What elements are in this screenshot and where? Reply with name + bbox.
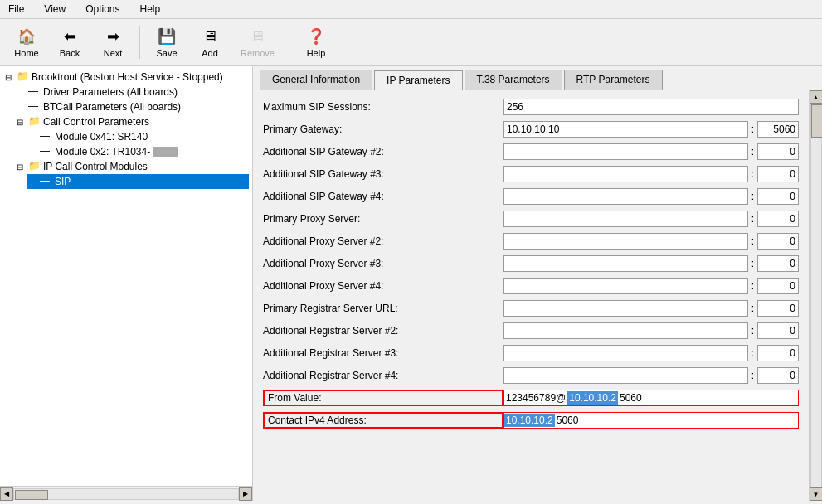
menu-help[interactable]: Help xyxy=(135,2,166,17)
form-main-input-2[interactable] xyxy=(503,143,748,160)
remove-button[interactable]: 🖥 Remove xyxy=(233,22,282,62)
hscroll-left[interactable]: ◀ xyxy=(0,487,13,501)
tree-item-sr140[interactable]: — Module 0x41: SR140 xyxy=(27,129,249,144)
from-value-row: From Value: 123456789@ 10.10.10.2 5060 xyxy=(263,388,799,408)
tree-item-call-control[interactable]: ⊟ 📁 Call Control Parameters xyxy=(15,114,249,129)
right-scrollbar: ▲ ▼ xyxy=(809,90,822,501)
port-separator-4: : xyxy=(751,191,754,202)
tree-root[interactable]: ⊟ 📁 Brooktrout (Boston Host Service - St… xyxy=(3,70,249,85)
form-main-input-3[interactable] xyxy=(503,166,748,182)
tree-item-ip-call-control[interactable]: ⊟ 📁 IP Call Control Modules xyxy=(15,159,249,174)
form-main-input-7[interactable] xyxy=(503,255,748,272)
tab-t38-params[interactable]: T.38 Parameters xyxy=(465,70,562,90)
menu-bar: File View Options Help xyxy=(0,0,822,19)
form-row-1: Primary Gateway:: xyxy=(263,119,799,139)
form-main-input-1[interactable] xyxy=(503,121,748,138)
form-port-input-9[interactable] xyxy=(757,300,799,317)
help-button[interactable]: ❓ Help xyxy=(296,22,336,62)
tree-expand-root: ⊟ xyxy=(5,73,17,82)
dash-icon-4: — xyxy=(40,145,53,158)
form-port-input-8[interactable] xyxy=(757,278,799,294)
contact-ipv4-inputs: 10.10.10.2 5060 xyxy=(503,412,799,429)
menu-options[interactable]: Options xyxy=(80,2,124,17)
form-label-1: Primary Gateway: xyxy=(263,124,503,135)
form-row-5: Primary Proxy Server:: xyxy=(263,209,799,229)
from-value-inputs: 123456789@ 10.10.10.2 5060 xyxy=(503,390,799,406)
back-icon: ⬅ xyxy=(60,27,80,46)
tree-item-btcall[interactable]: — BTCall Parameters (All boards) xyxy=(15,99,249,114)
form-main-input-4[interactable] xyxy=(503,188,748,205)
vscroll-up[interactable]: ▲ xyxy=(810,90,823,104)
contact-port: 5060 xyxy=(555,414,581,427)
form-inputs-10: : xyxy=(503,322,799,339)
hscroll-right[interactable]: ▶ xyxy=(239,487,252,501)
form-main-input-9[interactable] xyxy=(503,300,748,317)
port-separator-7: : xyxy=(751,258,754,269)
home-button[interactable]: 🏠 Home xyxy=(7,22,46,62)
form-port-input-12[interactable] xyxy=(757,367,799,384)
tree-ip-call-label: IP Call Control Modules xyxy=(43,161,148,172)
form-port-input-6[interactable] xyxy=(757,233,799,250)
back-button[interactable]: ⬅ Back xyxy=(50,22,90,62)
toolbar: 🏠 Home ⬅ Back ➡ Next 💾 Save 🖥 Add 🖥 Remo… xyxy=(0,19,822,66)
tree-btcall-label: BTCall Parameters (All boards) xyxy=(43,101,181,113)
tree-sip-label: SIP xyxy=(55,176,71,187)
form-main-input-5[interactable] xyxy=(503,211,748,227)
form-port-input-11[interactable] xyxy=(757,345,799,361)
from-value-combined-field[interactable]: 123456789@ 10.10.10.2 5060 xyxy=(503,390,799,406)
tab-rtp-params[interactable]: RTP Parameters xyxy=(564,70,663,90)
next-button[interactable]: ➡ Next xyxy=(93,22,133,62)
from-value-suffix: 5060 xyxy=(618,391,644,405)
form-port-input-2[interactable] xyxy=(757,143,799,160)
tree-tr1034-label: Module 0x2: TR1034- xyxy=(55,146,150,158)
form-port-input-4[interactable] xyxy=(757,188,799,205)
right-content-wrapper: Maximum SIP Sessions:Primary Gateway::Ad… xyxy=(253,90,822,501)
port-separator-3: : xyxy=(751,168,754,180)
tab-general-info[interactable]: General Information xyxy=(260,70,372,90)
from-value-ip: 10.10.10.2 xyxy=(567,391,618,405)
form-inputs-12: : xyxy=(503,367,799,384)
form-row-10: Additional Registrar Server #2:: xyxy=(263,321,799,341)
save-button[interactable]: 💾 Save xyxy=(147,22,187,62)
tree-item-sip[interactable]: — SIP xyxy=(27,174,249,189)
form-port-input-3[interactable] xyxy=(757,166,799,182)
form-inputs-3: : xyxy=(503,166,799,182)
vscroll-down[interactable]: ▼ xyxy=(810,487,823,501)
form-main-input-6[interactable] xyxy=(503,233,748,250)
menu-file[interactable]: File xyxy=(3,2,29,17)
form-label-7: Additional Proxy Server #3: xyxy=(263,258,503,269)
tree-item-tr1034[interactable]: — Module 0x2: TR1034- xyxy=(27,144,249,159)
hscroll-thumb[interactable] xyxy=(15,490,48,500)
tree-item-driver-params[interactable]: — Driver Parameters (All boards) xyxy=(15,85,249,99)
from-value-prefix: 123456789@ xyxy=(504,391,567,405)
form-port-input-10[interactable] xyxy=(757,322,799,339)
tree-root-label: Brooktrout (Boston Host Service - Stoppe… xyxy=(32,71,223,83)
form-main-input-0[interactable] xyxy=(503,99,799,115)
tree-sr140-label: Module 0x41: SR140 xyxy=(55,131,148,143)
form-row-3: Additional SIP Gateway #3:: xyxy=(263,164,799,184)
from-value-label: From Value: xyxy=(263,390,503,406)
add-button[interactable]: 🖥 Add xyxy=(190,22,230,62)
dash-icon-3: — xyxy=(40,130,53,143)
form-main-input-11[interactable] xyxy=(503,345,748,361)
tree-panel: ⊟ 📁 Brooktrout (Boston Host Service - St… xyxy=(0,66,253,486)
port-separator-5: : xyxy=(751,213,754,225)
form-main-input-12[interactable] xyxy=(503,367,748,384)
form-main-input-8[interactable] xyxy=(503,278,748,294)
form-inputs-8: : xyxy=(503,278,799,294)
next-icon: ➡ xyxy=(103,27,123,46)
form-port-input-1[interactable] xyxy=(757,121,799,138)
port-separator-9: : xyxy=(751,303,754,314)
tab-ip-params[interactable]: IP Parameters xyxy=(374,70,462,90)
menu-view[interactable]: View xyxy=(39,2,71,17)
form-label-0: Maximum SIP Sessions: xyxy=(263,101,503,113)
contact-combined-field[interactable]: 10.10.10.2 5060 xyxy=(503,412,799,429)
vscroll-thumb[interactable] xyxy=(811,104,823,138)
form-port-input-5[interactable] xyxy=(757,211,799,227)
form-port-input-7[interactable] xyxy=(757,255,799,272)
save-icon: 💾 xyxy=(157,27,177,46)
dash-icon-2: — xyxy=(28,100,41,114)
form-main-input-10[interactable] xyxy=(503,322,748,339)
contact-ip: 10.10.10.2 xyxy=(504,414,555,427)
form-label-12: Additional Registrar Server #4: xyxy=(263,370,503,381)
